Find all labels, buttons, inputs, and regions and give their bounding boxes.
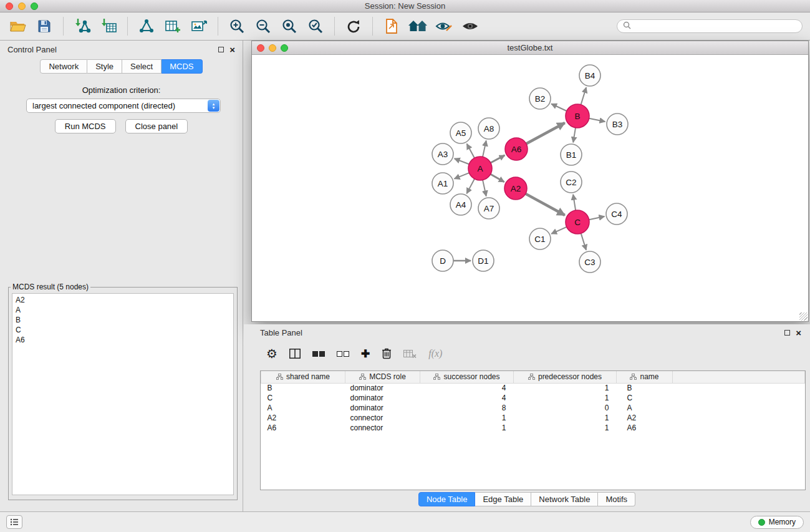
edge-C-C3[interactable]: [581, 233, 586, 250]
network-canvas[interactable]: B4B2BB3A5A8A6B1A3AC2A1A2A4A7C4CC1C3DD1: [252, 55, 808, 321]
result-item-a[interactable]: A: [16, 305, 230, 315]
table-cell[interactable]: C: [261, 393, 345, 403]
table-cell[interactable]: 1: [420, 413, 514, 423]
edge-A-A2[interactable]: [491, 174, 504, 181]
table-cell[interactable]: A6: [261, 423, 345, 433]
table-cell[interactable]: A: [617, 403, 673, 413]
node-A8[interactable]: A8: [478, 118, 499, 139]
table-row-a[interactable]: Adominator80A: [261, 403, 805, 413]
tab-style[interactable]: Style: [87, 59, 122, 74]
tab-mcds[interactable]: MCDS: [162, 59, 202, 74]
table-cell[interactable]: 0: [514, 403, 617, 413]
split-table-icon[interactable]: [289, 349, 301, 359]
edge-A-A5[interactable]: [467, 144, 475, 158]
node-A[interactable]: A: [468, 157, 492, 180]
result-item-a2[interactable]: A2: [16, 295, 230, 305]
table-cell[interactable]: connector: [345, 413, 420, 423]
network-graph[interactable]: B4B2BB3A5A8A6B1A3AC2A1A2A4A7C4CC1C3DD1: [252, 55, 808, 321]
table-row-a2[interactable]: A2connector11A2: [261, 413, 805, 423]
zoom-window-button[interactable]: [31, 2, 38, 10]
eye-icon[interactable]: [460, 16, 481, 37]
edge-B-B2[interactable]: [551, 104, 567, 112]
table-cell[interactable]: 1: [514, 413, 617, 423]
add-column-icon[interactable]: ✚: [361, 349, 370, 359]
memory-button[interactable]: Memory: [750, 516, 804, 529]
node-C4[interactable]: C4: [606, 203, 627, 225]
node-C3[interactable]: C3: [579, 251, 600, 273]
export-image-icon[interactable]: [188, 16, 210, 37]
delete-column-trash-icon[interactable]: [382, 347, 392, 360]
table-cell[interactable]: connector: [345, 423, 420, 433]
open-layout-document-icon[interactable]: [381, 16, 402, 37]
float-control-panel-button[interactable]: [218, 47, 224, 52]
edge-C-C1[interactable]: [551, 227, 567, 234]
function-builder-icon[interactable]: f(x): [428, 348, 442, 359]
edge-A6-B[interactable]: [526, 123, 565, 144]
table-settings-gear-icon[interactable]: ⚙: [266, 347, 277, 360]
column-header-successor-nodes[interactable]: successor nodes: [420, 371, 514, 383]
node-A5[interactable]: A5: [450, 122, 471, 143]
delete-table-icon[interactable]: [403, 349, 417, 359]
close-control-panel-icon[interactable]: ×: [229, 45, 235, 54]
node-B1[interactable]: B1: [561, 144, 582, 165]
edge-A2-C[interactable]: [526, 194, 565, 215]
table-cell[interactable]: dominator: [345, 393, 420, 403]
edge-C-C4[interactable]: [589, 216, 605, 220]
table-cell[interactable]: 1: [514, 383, 617, 393]
node-D[interactable]: D: [432, 250, 453, 271]
status-list-button[interactable]: [6, 515, 22, 529]
result-item-c[interactable]: C: [16, 325, 230, 335]
node-C2[interactable]: C2: [561, 172, 582, 193]
node-D1[interactable]: D1: [473, 250, 494, 271]
deselect-all-icon[interactable]: [337, 351, 349, 357]
table-cell[interactable]: 4: [420, 393, 514, 403]
import-table-icon[interactable]: [98, 16, 119, 37]
table-cell[interactable]: A2: [617, 413, 673, 423]
select-all-icon[interactable]: [312, 351, 325, 357]
node-A7[interactable]: A7: [478, 198, 499, 219]
tab-network[interactable]: Network: [40, 59, 87, 74]
table-row-c[interactable]: Cdominator41C: [261, 393, 805, 403]
table-cell[interactable]: C: [617, 393, 673, 403]
network-zoom-button[interactable]: [281, 44, 288, 52]
node-B3[interactable]: B3: [607, 114, 628, 135]
tab-edge-table[interactable]: Edge Table: [475, 492, 531, 506]
import-network-icon[interactable]: [72, 16, 93, 37]
edge-B-B4[interactable]: [581, 87, 587, 105]
result-item-a6[interactable]: A6: [16, 335, 230, 345]
table-cell[interactable]: A: [261, 403, 345, 413]
new-table-icon[interactable]: [162, 16, 183, 37]
node-C1[interactable]: C1: [529, 228, 551, 249]
node-B[interactable]: B: [566, 104, 589, 128]
table-cell[interactable]: B: [617, 383, 673, 393]
titlebar[interactable]: Session: New Session: [0, 0, 810, 12]
table-cell[interactable]: dominator: [345, 383, 420, 393]
tab-motifs[interactable]: Motifs: [598, 492, 635, 506]
edge-A-A3[interactable]: [455, 158, 470, 164]
table-cell[interactable]: dominator: [345, 403, 420, 413]
new-network-icon[interactable]: [136, 16, 157, 37]
zoom-out-icon[interactable]: [253, 16, 274, 37]
node-A4[interactable]: A4: [450, 194, 471, 215]
criterion-dropdown[interactable]: largest connected component (directed) ▲…: [26, 99, 221, 113]
table-cell[interactable]: B: [261, 383, 345, 393]
minimize-window-button[interactable]: [18, 2, 26, 10]
tab-node-table[interactable]: Node Table: [418, 492, 476, 506]
edge-C-C2[interactable]: [573, 195, 576, 210]
network-window-titlebar[interactable]: testGlobe.txt: [252, 41, 808, 55]
table-cell[interactable]: 1: [420, 423, 514, 433]
column-header-name[interactable]: name: [617, 371, 673, 383]
zoom-fit-icon[interactable]: [279, 16, 300, 37]
search-box[interactable]: [617, 19, 803, 33]
table-cell[interactable]: 1: [514, 423, 617, 433]
node-A3[interactable]: A3: [432, 143, 453, 165]
edge-B-B1[interactable]: [573, 128, 576, 143]
tab-network-table[interactable]: Network Table: [531, 492, 598, 506]
table-row-a6[interactable]: A6connector11A6: [261, 423, 805, 433]
node-B2[interactable]: B2: [529, 88, 551, 109]
save-session-icon[interactable]: [34, 16, 55, 37]
edge-A-A8[interactable]: [483, 141, 486, 157]
node-A1[interactable]: A1: [432, 173, 453, 194]
float-table-panel-button[interactable]: [784, 330, 790, 336]
search-input[interactable]: [635, 22, 796, 31]
